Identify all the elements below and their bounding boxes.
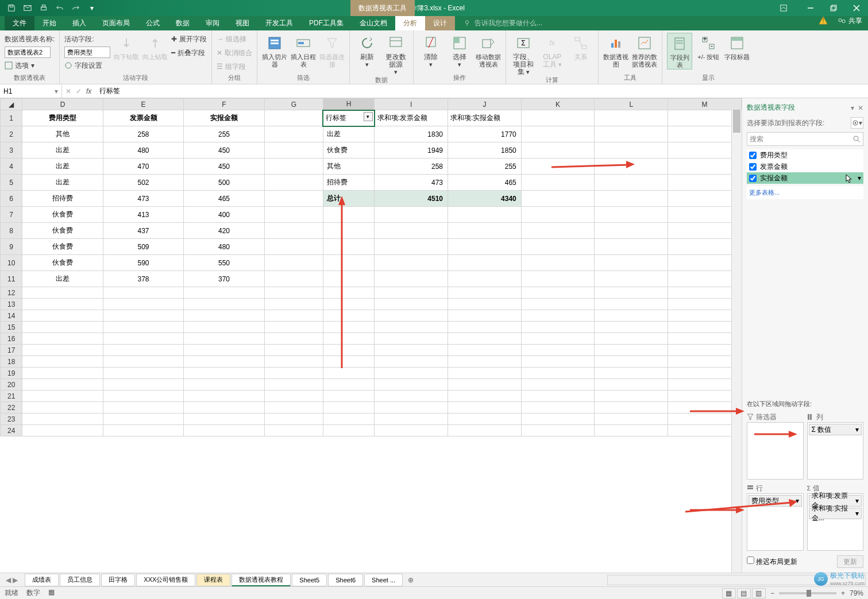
cell[interactable] (264, 159, 323, 175)
cell[interactable] (668, 368, 742, 379)
col-header[interactable]: H (323, 99, 374, 110)
cell[interactable] (521, 425, 595, 436)
cell[interactable] (448, 333, 522, 345)
cell[interactable]: 480 (103, 142, 183, 159)
pagelayout-view-icon[interactable]: ▤ (737, 588, 751, 598)
fieldpane-dropdown-icon[interactable]: ▾ (851, 104, 854, 112)
enter-icon[interactable]: ✓ (76, 87, 82, 95)
row-header[interactable]: 18 (1, 356, 22, 368)
cell[interactable] (323, 413, 374, 425)
cell[interactable] (595, 413, 668, 425)
change-source-button[interactable]: 更改数据源▾ (383, 33, 408, 76)
cell[interactable] (668, 345, 742, 356)
cell[interactable] (668, 126, 742, 142)
cell[interactable] (448, 379, 522, 391)
cell[interactable] (22, 356, 103, 368)
select-all-cell[interactable]: ◢ (1, 99, 22, 110)
field-checkbox[interactable] (749, 175, 757, 182)
row-header[interactable]: 14 (1, 310, 22, 322)
cell[interactable] (103, 368, 183, 379)
cell[interactable] (184, 310, 264, 322)
tab-pagelayout[interactable]: 页面布局 (94, 16, 138, 30)
cell[interactable] (375, 402, 448, 413)
sheet-tab[interactable]: XXX公司销售额 (136, 574, 195, 586)
cell[interactable] (595, 368, 668, 379)
cell[interactable] (375, 310, 448, 322)
cell[interactable] (668, 175, 742, 191)
pivotchart-button[interactable]: 数据透视图 (603, 33, 628, 68)
cell[interactable] (448, 345, 522, 356)
cell[interactable]: 费用类型 (22, 110, 103, 126)
zoom-level[interactable]: 79% (850, 589, 863, 597)
cell[interactable]: 其他 (22, 126, 103, 142)
cell[interactable]: 258 (375, 159, 448, 175)
cell[interactable]: 1949 (375, 142, 448, 159)
cell[interactable] (448, 413, 522, 425)
new-sheet-button[interactable]: ⊕ (404, 576, 418, 584)
col-header[interactable]: I (375, 99, 448, 110)
collapse-field-button[interactable]: ━ 折叠字段 (171, 47, 207, 59)
cell[interactable] (103, 413, 183, 425)
cell[interactable] (521, 110, 595, 126)
sheet-tab[interactable]: 田字格 (101, 574, 135, 586)
cell[interactable] (264, 368, 323, 379)
cell[interactable] (375, 239, 448, 255)
row-header[interactable]: 13 (1, 299, 22, 310)
fieldpane-gear-icon[interactable]: ▾ (851, 117, 863, 129)
cell[interactable] (264, 287, 323, 299)
cell[interactable] (323, 299, 374, 310)
cell[interactable] (448, 402, 522, 413)
cell[interactable] (323, 207, 374, 223)
cell[interactable] (264, 239, 323, 255)
row-header[interactable]: 24 (1, 425, 22, 436)
update-button[interactable]: 更新 (837, 555, 863, 568)
cell[interactable] (595, 310, 668, 322)
active-field-input[interactable] (64, 47, 110, 58)
cell[interactable]: 420 (184, 223, 264, 239)
cell[interactable]: 4510 (375, 191, 448, 207)
col-header[interactable]: K (521, 99, 595, 110)
cell[interactable] (22, 287, 103, 299)
cell[interactable] (375, 425, 448, 436)
cell[interactable]: 发票金额 (103, 110, 183, 126)
field-settings-button[interactable]: 字段设置 (64, 59, 110, 72)
tab-developer[interactable]: 开发工具 (257, 16, 301, 30)
ungroup-button[interactable]: ✕ 取消组合 (217, 47, 252, 59)
cell[interactable] (448, 425, 522, 436)
cell[interactable]: 550 (184, 255, 264, 271)
cell[interactable] (184, 425, 264, 436)
cell[interactable] (595, 159, 668, 175)
sheet-tab[interactable]: Sheet5 (292, 574, 327, 586)
cell[interactable] (323, 402, 374, 413)
sheet-tab[interactable]: Sheet6 (328, 574, 363, 586)
cell[interactable] (264, 345, 323, 356)
cell[interactable] (184, 379, 264, 391)
headers-button[interactable]: 字段标题 (724, 33, 750, 61)
cell[interactable] (595, 191, 668, 207)
row-header[interactable]: 2 (1, 126, 22, 142)
cell[interactable] (595, 287, 668, 299)
cell[interactable] (103, 310, 183, 322)
cell[interactable] (323, 333, 374, 345)
cell[interactable] (448, 239, 522, 255)
cell[interactable] (264, 126, 323, 142)
cell[interactable]: 370 (184, 271, 264, 287)
cell[interactable] (184, 345, 264, 356)
cell[interactable] (668, 310, 742, 322)
sheet-nav[interactable]: ◀ ▶ (6, 576, 24, 584)
row-header[interactable]: 1 (1, 110, 22, 126)
cell[interactable] (22, 310, 103, 322)
normal-view-icon[interactable]: ▦ (722, 588, 736, 598)
cell[interactable] (448, 223, 522, 239)
cell[interactable] (22, 413, 103, 425)
cell[interactable] (103, 333, 183, 345)
cell[interactable] (103, 402, 183, 413)
row-header[interactable]: 15 (1, 322, 22, 333)
cell[interactable]: 伙食费 (22, 223, 103, 239)
cell[interactable]: 590 (103, 255, 183, 271)
cell[interactable] (375, 391, 448, 402)
share-button[interactable]: 共享 (838, 16, 862, 26)
col-header[interactable]: G (264, 99, 323, 110)
row-header[interactable]: 6 (1, 191, 22, 207)
tab-analyze[interactable]: 分析 (395, 16, 425, 30)
